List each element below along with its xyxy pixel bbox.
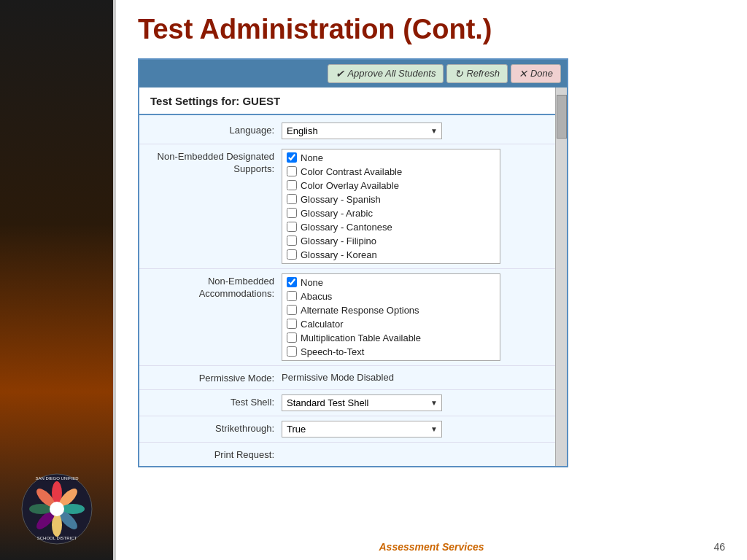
non-embedded-control: None Color Contrast Available Color Over… <box>282 149 560 264</box>
accommodations-label: Non-Embedded Accommodations: <box>147 273 282 300</box>
checkbox-color-overlay[interactable] <box>287 180 297 190</box>
checkbox-abacus[interactable] <box>287 291 297 301</box>
list-item: Glossary - Arabic <box>282 206 500 220</box>
svg-point-9 <box>50 502 64 516</box>
form-section: Language: English Non-Embedded Designate… <box>139 115 567 466</box>
list-item: Color Overlay Available <box>282 179 500 192</box>
checkbox-alternate-response[interactable] <box>287 305 297 315</box>
approve-all-button[interactable]: ✔ Approve All Students <box>328 64 444 83</box>
accommodations-control: None Abacus Alternate Response Options <box>282 273 560 361</box>
permissive-mode-value: Permissive Mode Disabled <box>282 370 394 383</box>
svg-text:SAN DIEGO UNIFIED: SAN DIEGO UNIFIED <box>35 476 79 481</box>
panel-header: Test Settings for: GUEST <box>139 88 567 115</box>
refresh-icon: ↻ <box>454 68 463 79</box>
strikethrough-select-wrapper: True False <box>282 421 442 438</box>
language-control: English <box>282 122 560 139</box>
list-item: Glossary - Spanish <box>282 192 500 206</box>
panel-container: ✔ Approve All Students ↻ Refresh ✕ Done … <box>138 58 568 467</box>
left-sidebar: SAN DIEGO UNIFIED SCHOOL DISTRICT <box>0 0 113 560</box>
accommodations-row: Non-Embedded Accommodations: None Abacus <box>139 269 567 366</box>
checkbox-glossary-cantonese[interactable] <box>287 222 297 232</box>
test-shell-row: Test Shell: Standard Test Shell <box>139 390 567 416</box>
footer: Assessment Services 46 <box>138 535 725 553</box>
x-icon: ✕ <box>519 68 527 79</box>
print-request-label: Print Request: <box>147 447 282 462</box>
strikethrough-label: Strikethrough: <box>147 421 282 435</box>
accommodations-list[interactable]: None Abacus Alternate Response Options <box>282 273 500 361</box>
list-item: Abacus <box>282 289 500 303</box>
language-row: Language: English <box>139 118 567 144</box>
list-item: Glossary - Filipino <box>282 234 500 248</box>
permissive-mode-control: Permissive Mode Disabled <box>282 370 560 384</box>
checkbox-color-contrast[interactable] <box>287 166 297 176</box>
language-select-wrapper: English <box>282 122 442 139</box>
checkbox-glossary-filipino[interactable] <box>287 236 297 246</box>
panel-content: Test Settings for: GUEST Language: Engli… <box>139 88 567 466</box>
print-request-row: Print Request: <box>139 443 567 463</box>
page-title: Test Administration (Cont.) <box>138 15 725 45</box>
checkbox-glossary-korean[interactable] <box>287 249 297 260</box>
list-item: Speech-to-Text <box>282 345 500 359</box>
checkmark-icon: ✔ <box>336 68 344 79</box>
list-item: Alternate Response Options <box>282 303 500 317</box>
checkbox-calculator[interactable] <box>287 319 297 329</box>
non-embedded-list[interactable]: None Color Contrast Available Color Over… <box>282 149 500 264</box>
svg-text:SCHOOL DISTRICT: SCHOOL DISTRICT <box>36 536 77 540</box>
strikethrough-control: True False <box>282 421 560 438</box>
list-item: Color Contrast Available <box>282 165 500 179</box>
language-label: Language: <box>147 122 282 137</box>
strikethrough-row: Strikethrough: True False <box>139 416 567 443</box>
checkbox-multiplication-table[interactable] <box>287 332 297 343</box>
footer-text: Assessment Services <box>379 541 484 553</box>
district-logo: SAN DIEGO UNIFIED SCHOOL DISTRICT <box>20 472 93 545</box>
panel-scrollbar[interactable] <box>555 88 567 466</box>
checkbox-speech-to-text[interactable] <box>287 346 297 357</box>
language-select[interactable]: English <box>282 122 442 139</box>
list-item: None <box>282 276 500 289</box>
done-button[interactable]: ✕ Done <box>511 64 561 83</box>
checkbox-none-2[interactable] <box>287 277 297 287</box>
list-item: Glossary - Korean <box>282 248 500 262</box>
page-number: 46 <box>713 541 725 553</box>
scrollbar-thumb[interactable] <box>557 95 567 139</box>
refresh-button[interactable]: ↻ Refresh <box>446 64 508 83</box>
checkbox-none-1[interactable] <box>287 152 297 163</box>
list-item: Calculator <box>282 317 500 331</box>
permissive-mode-row: Permissive Mode: Permissive Mode Disable… <box>139 366 567 390</box>
test-shell-control: Standard Test Shell <box>282 394 560 411</box>
panel-header-title: Test Settings for: GUEST <box>150 95 280 107</box>
list-item: Glossary - Cantonese <box>282 220 500 234</box>
checkbox-glossary-arabic[interactable] <box>287 208 297 218</box>
permissive-mode-label: Permissive Mode: <box>147 370 282 385</box>
test-shell-label: Test Shell: <box>147 394 282 409</box>
non-embedded-label: Non-Embedded Designated Supports: <box>147 149 282 176</box>
list-item: None <box>282 151 500 165</box>
non-embedded-row: Non-Embedded Designated Supports: None C… <box>139 144 567 269</box>
toolbar: ✔ Approve All Students ↻ Refresh ✕ Done <box>139 60 567 88</box>
checkbox-glossary-spanish[interactable] <box>287 194 297 204</box>
strikethrough-select[interactable]: True False <box>282 421 442 438</box>
test-shell-select-wrapper: Standard Test Shell <box>282 394 442 411</box>
list-item: Multiplication Table Available <box>282 331 500 345</box>
main-content: Test Administration (Cont.) ✔ Approve Al… <box>116 0 747 560</box>
test-shell-select[interactable]: Standard Test Shell <box>282 394 442 411</box>
